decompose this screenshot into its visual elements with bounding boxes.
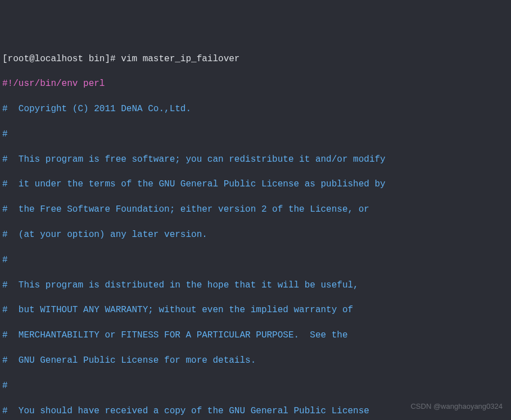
- shebang-line: #!/usr/bin/env perl: [2, 77, 509, 90]
- comment-license-3: # the Free Software Foundation; either v…: [2, 203, 509, 216]
- comment-warranty-1: # This program is distributed in the hop…: [2, 279, 509, 291]
- vim-command: vim master_ip_failover: [121, 54, 239, 64]
- shell-prompt: [root@localhost bin]#: [2, 54, 121, 64]
- comment-license-2: # it under the terms of the GNU General …: [2, 178, 509, 190]
- comment-license-4: # (at your option) any later version.: [2, 229, 509, 241]
- comment-warranty-3: # MERCHANTABILITY or FITNESS FOR A PARTI…: [2, 329, 509, 341]
- comment-copyright: # Copyright (C) 2011 DeNA Co.,Ltd.: [2, 103, 509, 115]
- comment-empty: #: [2, 254, 509, 266]
- comment-empty: #: [2, 128, 509, 140]
- comment-warranty-4: # GNU General Public License for more de…: [2, 354, 509, 367]
- terminal-content[interactable]: [root@localhost bin]# vim master_ip_fail…: [2, 53, 509, 420]
- watermark-text: CSDN @wanghaoyang0324: [410, 401, 503, 412]
- prompt-line: [root@localhost bin]# vim master_ip_fail…: [2, 53, 509, 65]
- comment-license-1: # This program is free software; you can…: [2, 153, 509, 166]
- comment-empty: #: [2, 380, 509, 392]
- comment-warranty-2: # but WITHOUT ANY WARRANTY; without even…: [2, 304, 509, 316]
